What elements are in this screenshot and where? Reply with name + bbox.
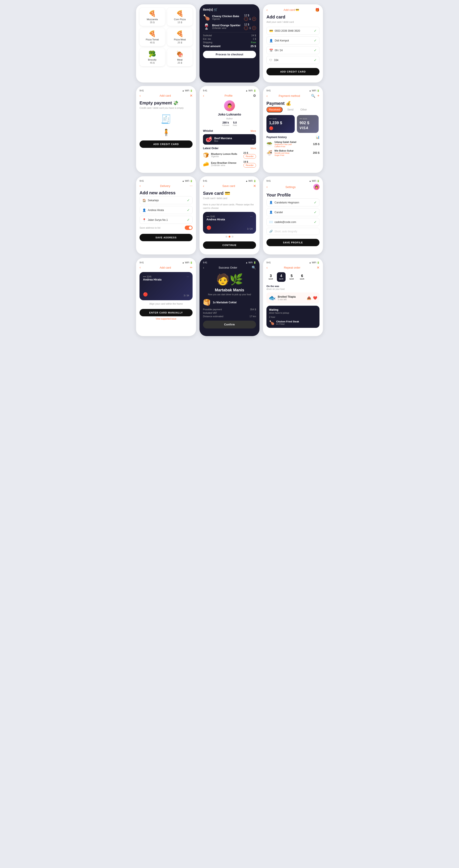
checkout-button[interactable]: Process to checkout — [203, 51, 256, 58]
back-icon[interactable]: ‹ — [266, 8, 267, 12]
search-button[interactable]: 🔍 — [311, 94, 315, 98]
phone-save-card: 9:41 ▲ WiFi 🔋 ‹ Save card ✕ Save card 💳 … — [200, 176, 259, 254]
name-field[interactable]: 👤 Candelario Hegmann ✓ — [266, 198, 319, 207]
food-name: Corn Pizza — [169, 18, 191, 21]
close-button[interactable]: ✕ — [190, 94, 193, 98]
nav-title: Add card — [160, 266, 171, 269]
toggle-switch[interactable] — [185, 225, 193, 230]
signal-icon: ▲ — [246, 180, 248, 182]
email-value: cadele@code.com — [275, 221, 314, 224]
order-title: Martabak Manis — [203, 288, 256, 292]
qty-decrease-btn[interactable]: − — [244, 26, 248, 30]
food-price: 25 $ — [169, 41, 191, 44]
cart-item-price: 12 $ — [244, 14, 256, 17]
email-field[interactable]: ✉️ cadele@code.com ✓ — [266, 218, 319, 226]
location-icon: 📍 — [142, 218, 146, 222]
calendar-icon: 📅 — [269, 49, 273, 52]
check-icon: ✓ — [314, 220, 317, 224]
food-item-meat[interactable]: 🍖 Meat 25 $ — [167, 48, 193, 66]
back-icon[interactable]: ‹ — [203, 184, 204, 188]
card-name-field[interactable]: 👤 Didi Kempot ✓ — [266, 36, 319, 44]
active-order-name: Broiled Tilapia — [278, 295, 295, 298]
rating-label: Rate — [233, 124, 237, 126]
card-dots: •••• 3245 — [143, 276, 162, 278]
wishlist-item[interactable]: 🥩 Beef Marciana Boo › — [203, 134, 256, 145]
edit-button[interactable]: ✏ — [190, 266, 193, 269]
back-icon[interactable]: ‹ — [140, 266, 141, 270]
back-icon[interactable]: ‹ — [266, 266, 267, 270]
distance-row: Distance estimated 17 km — [203, 315, 256, 318]
order-name: Blueberry Lemon Rolls — [211, 153, 241, 155]
continue-button[interactable]: CONTINUE — [203, 241, 256, 249]
orders-more-button[interactable]: More — [251, 147, 256, 150]
back-icon[interactable]: ‹ — [266, 185, 267, 189]
back-icon[interactable]: ‹ — [203, 94, 204, 98]
address-field-3[interactable]: 📍 Jalan Surya No.1 ✓ — [140, 216, 193, 224]
card-expiry-field[interactable]: 📅 09 / 24 ✓ — [266, 46, 319, 54]
card-dots: •••• 3245 — [269, 118, 292, 120]
address-value-1: Sekartejo — [148, 199, 185, 202]
date-month: MAR — [300, 278, 304, 280]
card-holder-name: Andrea Hirata — [206, 218, 225, 221]
add-credit-card-button[interactable]: ADD CREDIT CARD — [266, 68, 319, 75]
tab-send[interactable]: Send — [285, 107, 295, 113]
gear-button[interactable]: ⚙ — [253, 94, 256, 98]
history-tag: Sugar Free — [275, 154, 311, 156]
confirm-button[interactable]: Confirm — [203, 321, 256, 329]
close-button[interactable]: ✕ — [253, 184, 256, 188]
food-item-brocolly[interactable]: 🥦 Brocolly 45 $ — [140, 48, 165, 66]
tab-received[interactable]: Received — [266, 107, 283, 113]
more-options-button[interactable]: ··· — [190, 184, 193, 188]
search-button[interactable]: 🔍 — [252, 266, 256, 270]
reorder-button[interactable]: Reorder — [243, 163, 256, 167]
bio-field[interactable]: 🔗 Short, auto biografy — [266, 228, 319, 235]
order-item-emoji: 🥞 — [203, 299, 210, 306]
card-expiry-value: 09 / 24 — [275, 49, 283, 52]
card-pagination — [203, 236, 256, 238]
qty-decrease-btn[interactable]: − — [244, 17, 248, 21]
date-item-6[interactable]: 6 MAR — [298, 272, 307, 282]
scan-card-frame: •••• 3245 Andrea Hirata ···· 🔴 3 / 34 — [140, 272, 193, 300]
status-bar: 9:41 ▲ WiFi 🔋 — [140, 89, 193, 92]
close-button[interactable]: ✕ — [317, 266, 319, 270]
tab-other[interactable]: Other — [298, 107, 309, 113]
card-cvv-field[interactable]: 🛡 334 ✓ — [266, 56, 319, 64]
mastercard-icon: 🔴 — [269, 126, 292, 130]
phone-repeat-order: 9:41 ▲ WiFi 🔋 ‹ Repeat order ✕ 3 MAR 4 — [263, 258, 323, 336]
check-icon: ✓ — [187, 208, 190, 212]
back-icon[interactable]: ‹ — [140, 184, 141, 188]
reorder-button[interactable]: Reorder — [243, 154, 256, 159]
date-item-3[interactable]: 3 MAR — [266, 272, 275, 282]
wifi-icon: WiFi — [249, 261, 253, 264]
date-item-5[interactable]: 5 MAR — [287, 272, 296, 282]
save-address-button[interactable]: SAVE ADDRESS — [140, 234, 193, 241]
add-credit-card-button[interactable]: ADD CREDIT CARD — [140, 141, 193, 148]
back-icon[interactable]: ‹ — [203, 266, 204, 270]
back-icon[interactable]: ‹ — [266, 94, 267, 98]
add-button[interactable]: + — [317, 94, 319, 98]
back-icon[interactable]: ‹ — [140, 94, 141, 98]
food-item-pizza-meat[interactable]: 🍕 Pizza Meat 25 $ — [167, 28, 193, 46]
orders-header: Latest Order More — [203, 147, 256, 150]
address-field-2[interactable]: 👤 Andrea Hirata ✓ — [140, 206, 193, 214]
toast-time: 2 hour — [269, 316, 317, 318]
qty-increase-btn[interactable]: + — [252, 17, 256, 21]
food-emoji: 🍕 — [169, 10, 191, 17]
card-number-field[interactable]: 💳 0933 2039 3948 3920 ✓ — [266, 27, 319, 35]
food-emoji: 🥦 — [142, 50, 163, 58]
enter-card-manually-button[interactable]: ENTER CARD MANUALLY — [140, 309, 193, 316]
food-item-mozzarela[interactable]: 🍕 Mozzarela 35 $ — [140, 8, 165, 26]
view-supported-issue-link[interactable]: View supported issue — [140, 318, 193, 320]
credit-card-1[interactable]: •••• 3245 1,239 $ 🔴 — [266, 115, 295, 133]
date-item-4-selected[interactable]: 4 MAR — [277, 272, 286, 282]
wishlist-more-button[interactable]: More — [251, 130, 256, 132]
save-profile-button[interactable]: SAVE PROFILE — [266, 239, 319, 246]
address-field-1[interactable]: 🏠 Sekartejo ✓ — [140, 196, 193, 204]
food-item-corn[interactable]: 🍕 Corn Pizza 15 $ — [167, 8, 193, 26]
credit-card-2[interactable]: •••• 3234 902 $ VISA — [297, 115, 319, 133]
username-field[interactable]: 👤 Candel ✓ — [266, 208, 319, 216]
qty-increase-btn[interactable]: + — [252, 26, 256, 30]
food-item-pizza-tomat[interactable]: 🍕 Pizza Tomat 45 $ — [140, 28, 165, 46]
page-title: Add card — [266, 14, 319, 20]
wishlist-item-sub: Boo — [214, 140, 232, 142]
